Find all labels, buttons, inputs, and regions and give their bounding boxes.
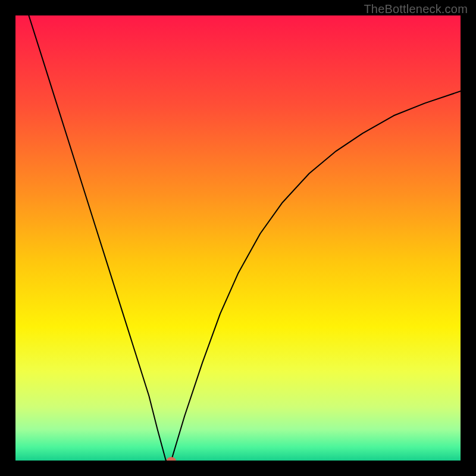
border-bottom — [0, 461, 476, 476]
border-left — [0, 0, 15, 476]
watermark: TheBottleneck.com — [364, 2, 468, 16]
chart-svg — [0, 0, 476, 476]
chart-background — [15, 15, 461, 461]
border-right — [461, 0, 476, 476]
chart-stage: TheBottleneck.com — [0, 0, 476, 476]
